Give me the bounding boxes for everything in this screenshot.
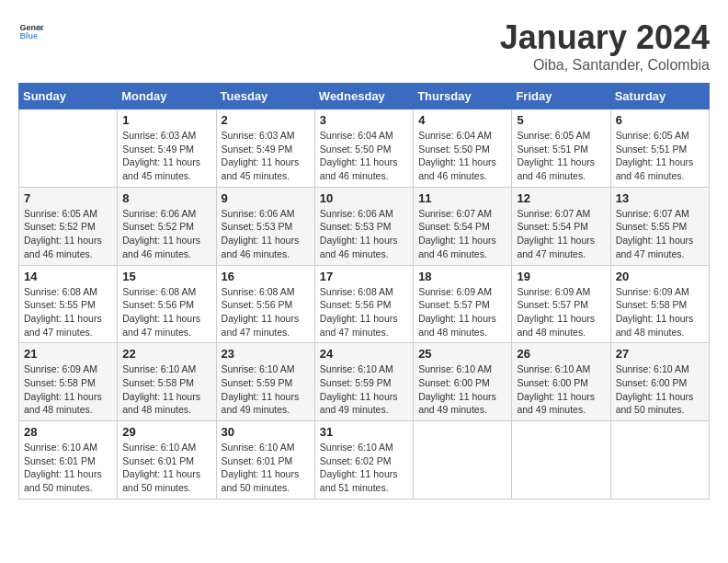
calendar-cell: 20Sunrise: 6:09 AMSunset: 5:58 PMDayligh… [610, 265, 709, 343]
day-number: 31 [320, 425, 408, 439]
calendar-cell: 14Sunrise: 6:08 AMSunset: 5:55 PMDayligh… [19, 265, 118, 343]
calendar-cell: 27Sunrise: 6:10 AMSunset: 6:00 PMDayligh… [610, 343, 709, 421]
day-number: 4 [418, 113, 506, 127]
calendar-cell: 5Sunrise: 6:05 AMSunset: 5:51 PMDaylight… [512, 109, 610, 188]
day-number: 22 [122, 347, 210, 361]
day-number: 10 [320, 191, 408, 205]
calendar-cell: 31Sunrise: 6:10 AMSunset: 6:02 PMDayligh… [314, 421, 413, 500]
calendar-week-3: 14Sunrise: 6:08 AMSunset: 5:55 PMDayligh… [19, 265, 710, 343]
day-number: 24 [320, 347, 408, 361]
calendar-cell [19, 109, 118, 188]
calendar-cell: 2Sunrise: 6:03 AMSunset: 5:49 PMDaylight… [216, 109, 314, 188]
day-info: Sunrise: 6:08 AMSunset: 5:56 PMDaylight:… [222, 285, 310, 339]
calendar-cell: 11Sunrise: 6:07 AMSunset: 5:54 PMDayligh… [414, 187, 512, 265]
day-info: Sunrise: 6:10 AMSunset: 6:02 PMDaylight:… [320, 441, 408, 495]
day-number: 23 [222, 347, 310, 361]
month-title: January 2024 [500, 18, 710, 57]
day-info: Sunrise: 6:06 AMSunset: 5:53 PMDaylight:… [222, 207, 310, 261]
day-number: 6 [616, 113, 704, 127]
header-day-saturday: Saturday [610, 84, 709, 109]
day-info: Sunrise: 6:05 AMSunset: 5:51 PMDaylight:… [517, 129, 605, 183]
day-info: Sunrise: 6:07 AMSunset: 5:54 PMDaylight:… [418, 207, 506, 261]
day-info: Sunrise: 6:10 AMSunset: 5:59 PMDaylight:… [222, 362, 310, 417]
header-day-thursday: Thursday [414, 84, 512, 109]
day-info: Sunrise: 6:10 AMSunset: 6:00 PMDaylight:… [616, 362, 704, 417]
calendar-cell [610, 421, 709, 500]
calendar-cell: 29Sunrise: 6:10 AMSunset: 6:01 PMDayligh… [118, 421, 216, 500]
day-info: Sunrise: 6:08 AMSunset: 5:56 PMDaylight:… [122, 285, 210, 339]
day-number: 21 [24, 347, 112, 361]
calendar-cell: 25Sunrise: 6:10 AMSunset: 6:00 PMDayligh… [414, 343, 512, 421]
day-info: Sunrise: 6:06 AMSunset: 5:52 PMDaylight:… [122, 207, 210, 261]
day-info: Sunrise: 6:10 AMSunset: 6:00 PMDaylight:… [418, 362, 506, 417]
calendar-cell: 3Sunrise: 6:04 AMSunset: 5:50 PMDaylight… [314, 109, 413, 188]
day-number: 28 [24, 425, 112, 439]
calendar-week-2: 7Sunrise: 6:05 AMSunset: 5:52 PMDaylight… [19, 187, 710, 265]
calendar-week-5: 28Sunrise: 6:10 AMSunset: 6:01 PMDayligh… [19, 421, 710, 500]
calendar-cell: 7Sunrise: 6:05 AMSunset: 5:52 PMDaylight… [19, 187, 118, 265]
location: Oiba, Santander, Colombia [500, 57, 710, 74]
header-day-wednesday: Wednesday [314, 84, 413, 109]
calendar-cell: 16Sunrise: 6:08 AMSunset: 5:56 PMDayligh… [216, 265, 314, 343]
day-info: Sunrise: 6:09 AMSunset: 5:57 PMDaylight:… [418, 285, 506, 339]
day-info: Sunrise: 6:08 AMSunset: 5:55 PMDaylight:… [24, 285, 112, 339]
day-info: Sunrise: 6:10 AMSunset: 6:00 PMDaylight:… [517, 362, 605, 417]
calendar-cell: 12Sunrise: 6:07 AMSunset: 5:54 PMDayligh… [512, 187, 610, 265]
day-info: Sunrise: 6:08 AMSunset: 5:56 PMDaylight:… [320, 285, 408, 339]
calendar-cell: 9Sunrise: 6:06 AMSunset: 5:53 PMDaylight… [216, 187, 314, 265]
calendar-cell [414, 421, 512, 500]
day-info: Sunrise: 6:09 AMSunset: 5:58 PMDaylight:… [616, 285, 704, 339]
day-info: Sunrise: 6:09 AMSunset: 5:57 PMDaylight:… [517, 285, 605, 339]
day-number: 15 [122, 270, 210, 283]
day-number: 14 [24, 270, 112, 283]
day-number: 3 [320, 113, 408, 127]
calendar-cell [512, 421, 610, 500]
calendar-cell: 22Sunrise: 6:10 AMSunset: 5:58 PMDayligh… [118, 343, 216, 421]
day-info: Sunrise: 6:10 AMSunset: 5:58 PMDaylight:… [122, 362, 210, 417]
day-info: Sunrise: 6:10 AMSunset: 6:01 PMDaylight:… [24, 441, 112, 495]
calendar-header-row: SundayMondayTuesdayWednesdayThursdayFrid… [19, 84, 710, 109]
day-info: Sunrise: 6:07 AMSunset: 5:54 PMDaylight:… [517, 207, 605, 261]
day-info: Sunrise: 6:04 AMSunset: 5:50 PMDaylight:… [320, 129, 408, 183]
day-info: Sunrise: 6:07 AMSunset: 5:55 PMDaylight:… [616, 207, 704, 261]
calendar-cell: 13Sunrise: 6:07 AMSunset: 5:55 PMDayligh… [610, 187, 709, 265]
day-number: 13 [616, 191, 704, 205]
day-info: Sunrise: 6:10 AMSunset: 5:59 PMDaylight:… [320, 362, 408, 417]
logo: General Blue [18, 18, 44, 44]
logo-icon: General Blue [18, 18, 44, 44]
day-number: 12 [517, 191, 605, 205]
day-number: 2 [222, 113, 310, 127]
calendar-cell: 26Sunrise: 6:10 AMSunset: 6:00 PMDayligh… [512, 343, 610, 421]
day-number: 19 [517, 270, 605, 283]
calendar-cell: 4Sunrise: 6:04 AMSunset: 5:50 PMDaylight… [414, 109, 512, 188]
calendar-cell: 19Sunrise: 6:09 AMSunset: 5:57 PMDayligh… [512, 265, 610, 343]
calendar-cell: 30Sunrise: 6:10 AMSunset: 6:01 PMDayligh… [216, 421, 314, 500]
calendar-cell: 28Sunrise: 6:10 AMSunset: 6:01 PMDayligh… [19, 421, 118, 500]
day-info: Sunrise: 6:10 AMSunset: 6:01 PMDaylight:… [222, 441, 310, 495]
calendar-cell: 6Sunrise: 6:05 AMSunset: 5:51 PMDaylight… [610, 109, 709, 188]
day-number: 29 [122, 425, 210, 439]
day-number: 11 [418, 191, 506, 205]
day-info: Sunrise: 6:06 AMSunset: 5:53 PMDaylight:… [320, 207, 408, 261]
calendar-cell: 8Sunrise: 6:06 AMSunset: 5:52 PMDaylight… [118, 187, 216, 265]
header-day-friday: Friday [512, 84, 610, 109]
day-number: 8 [122, 191, 210, 205]
calendar-table: SundayMondayTuesdayWednesdayThursdayFrid… [18, 83, 710, 500]
calendar-week-4: 21Sunrise: 6:09 AMSunset: 5:58 PMDayligh… [19, 343, 710, 421]
svg-text:Blue: Blue [19, 31, 38, 40]
day-number: 1 [122, 113, 210, 127]
day-number: 30 [222, 425, 310, 439]
calendar-body: 1Sunrise: 6:03 AMSunset: 5:49 PMDaylight… [19, 109, 710, 500]
calendar-cell: 10Sunrise: 6:06 AMSunset: 5:53 PMDayligh… [314, 187, 413, 265]
day-info: Sunrise: 6:03 AMSunset: 5:49 PMDaylight:… [222, 129, 310, 183]
calendar-week-1: 1Sunrise: 6:03 AMSunset: 5:49 PMDaylight… [19, 109, 710, 188]
title-section: January 2024 Oiba, Santander, Colombia [500, 18, 710, 74]
calendar-cell: 1Sunrise: 6:03 AMSunset: 5:49 PMDaylight… [118, 109, 216, 188]
day-info: Sunrise: 6:10 AMSunset: 6:01 PMDaylight:… [122, 441, 210, 495]
day-number: 5 [517, 113, 605, 127]
day-info: Sunrise: 6:05 AMSunset: 5:52 PMDaylight:… [24, 207, 112, 261]
day-number: 16 [222, 270, 310, 283]
day-number: 7 [24, 191, 112, 205]
day-number: 18 [418, 270, 506, 283]
calendar-cell: 21Sunrise: 6:09 AMSunset: 5:58 PMDayligh… [19, 343, 118, 421]
